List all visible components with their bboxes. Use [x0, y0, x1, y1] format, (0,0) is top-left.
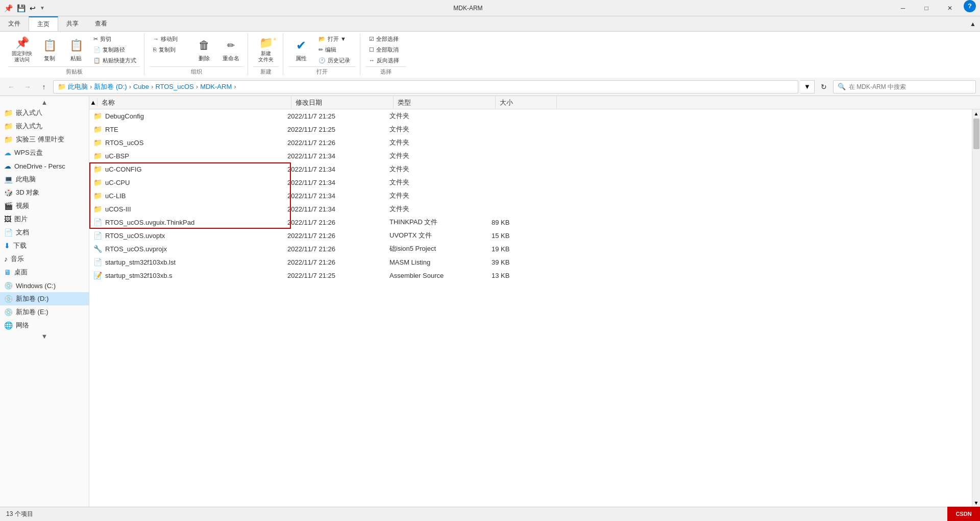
path-rtos[interactable]: RTOS_ucOS	[155, 83, 193, 90]
table-row[interactable]: 📁uCOS-III2022/11/7 21:34文件夹	[89, 202, 980, 216]
table-row[interactable]: 📁uC-BSP2022/11/7 21:34文件夹	[89, 149, 980, 162]
sidebar-item-3dobjects[interactable]: 🎲 3D 对象	[0, 186, 89, 199]
file-size: 19 KB	[487, 242, 549, 255]
table-row[interactable]: 📄RTOS_ucOS.uvguix.ThinkPad2022/11/7 21:2…	[89, 216, 980, 229]
quick-dropdown[interactable]: ▼	[40, 5, 45, 11]
sidebar-scroll-up[interactable]: ▲	[0, 98, 89, 106]
vertical-scrollbar[interactable]: ▲ ▼	[972, 109, 980, 507]
path-computer[interactable]: 此电脑	[68, 82, 88, 91]
scroll-arrow-up-header[interactable]: ▲	[89, 99, 97, 106]
file-type: UVOPTX 文件	[385, 229, 487, 242]
sidebar-item-documents[interactable]: 📄 文档	[0, 226, 89, 239]
col-header-type[interactable]: 类型	[394, 96, 496, 109]
sidebar-item-lab3[interactable]: 📁 实验三 傅里叶变	[0, 133, 89, 146]
sidebar-item-desktop[interactable]: 🖥 桌面	[0, 266, 89, 279]
table-row[interactable]: 📁uC-CONFIG2022/11/7 21:34文件夹	[89, 162, 980, 176]
path-drive[interactable]: 新加卷 (D:)	[94, 82, 127, 91]
sidebar-item-embedded9[interactable]: 📁 嵌入式九	[0, 120, 89, 133]
sidebar-item-music[interactable]: ♪ 音乐	[0, 252, 89, 266]
scroll-down-button[interactable]: ▼	[972, 499, 981, 507]
quick-save[interactable]: 💾	[17, 4, 26, 12]
search-input[interactable]	[849, 83, 971, 90]
open-button[interactable]: 📂 打开 ▼	[315, 34, 356, 44]
invert-select-button[interactable]: ↔ 反向选择	[365, 55, 406, 65]
sidebar-item-network[interactable]: 🌐 网络	[0, 319, 89, 332]
rename-button[interactable]: ✏ 重命名	[218, 34, 243, 65]
sidebar-scroll-down[interactable]: ▼	[0, 332, 89, 340]
forward-button[interactable]: →	[20, 80, 35, 94]
file-size	[487, 149, 549, 162]
sidebar-item-thispc[interactable]: 💻 此电脑	[0, 173, 89, 186]
col-header-date[interactable]: 修改日期	[291, 96, 394, 109]
sidebar: ▲ 📁 嵌入式八 📁 嵌入式九 📁 实验三 傅里叶变 ☁ WPS云盘 ☁ One…	[0, 96, 89, 507]
sidebar-item-drive-d[interactable]: 💿 新加卷 (D:)	[0, 292, 89, 305]
table-row[interactable]: 📁DebugConfig2022/11/7 21:25文件夹	[89, 109, 980, 123]
sidebar-item-downloads[interactable]: ⬇ 下载	[0, 239, 89, 252]
close-button[interactable]: ✕	[938, 0, 962, 16]
file-name: uC-CONFIG	[105, 165, 142, 173]
back-button[interactable]: ←	[4, 80, 18, 94]
sidebar-item-videos[interactable]: 🎬 视频	[0, 199, 89, 212]
paste-shortcut-button[interactable]: 📋 粘贴快捷方式	[90, 55, 140, 65]
path-mdk[interactable]: MDK-ARM	[200, 83, 232, 90]
cut-button[interactable]: ✂ 剪切	[90, 34, 140, 44]
help-button[interactable]: ?	[964, 0, 976, 12]
quick-undo[interactable]: ↩	[30, 4, 36, 12]
col-header-name[interactable]: 名称	[97, 96, 291, 109]
path-dropdown[interactable]: ▼	[800, 80, 815, 93]
sidebar-item-wps[interactable]: ☁ WPS云盘	[0, 146, 89, 159]
tab-view[interactable]: 查看	[87, 16, 115, 31]
table-row[interactable]: 📄RTOS_ucOS.uvoptx2022/11/7 21:26UVOPTX 文…	[89, 229, 980, 242]
paste-button[interactable]: 📋 粘贴	[63, 34, 89, 65]
delete-button[interactable]: 🗑 删除	[191, 34, 217, 65]
minimize-button[interactable]: ─	[891, 0, 915, 16]
search-box[interactable]: 🔍	[833, 80, 976, 93]
pin-to-quickaccess-button[interactable]: 📌 固定到快速访问	[8, 34, 36, 65]
file-list-header: ▲ 名称 修改日期 类型 大小	[89, 96, 980, 109]
table-row[interactable]: 📁RTOS_ucOS2022/11/7 21:26文件夹	[89, 136, 980, 149]
file-type: 文件夹	[385, 109, 487, 123]
sidebar-item-drive-e[interactable]: 💿 新加卷 (E:)	[0, 305, 89, 319]
select-all-button[interactable]: ☑ 全部选择	[365, 34, 406, 44]
move-to-button[interactable]: → 移动到	[150, 34, 190, 44]
file-size	[487, 189, 549, 202]
scroll-up-button[interactable]: ▲	[972, 109, 981, 117]
table-row[interactable]: 📝startup_stm32f103xb.s2022/11/7 21:25Ass…	[89, 269, 980, 282]
table-row[interactable]: 📁uC-CPU2022/11/7 21:34文件夹	[89, 176, 980, 189]
refresh-button[interactable]: ↻	[817, 80, 831, 94]
group-organize: → 移动到 ⎘ 复制到 🗑 删除 ✏ 重命名 组织	[145, 34, 248, 76]
file-date: 2022/11/7 21:25	[283, 123, 385, 136]
new-folder-button[interactable]: 📁 新建文件夹 +	[253, 34, 279, 65]
properties-button[interactable]: ✔ 属性	[288, 34, 314, 65]
sidebar-item-embedded8[interactable]: 📁 嵌入式八	[0, 106, 89, 120]
table-row[interactable]: 🔧RTOS_ucOS.uvprojx2022/11/7 21:26础ision5…	[89, 242, 980, 255]
drive-d-icon: 💿	[4, 295, 13, 303]
open-col: 📂 打开 ▼ ✏ 编辑 🕐 历史记录	[315, 34, 356, 65]
sidebar-item-drive-c[interactable]: 💿 Windows (C:)	[0, 279, 89, 292]
ribbon-collapse-icon[interactable]: ▲	[970, 20, 976, 28]
sidebar-item-onedrive[interactable]: ☁ OneDrive - Persc	[0, 159, 89, 173]
file-type: 文件夹	[385, 149, 487, 162]
col-header-size[interactable]: 大小	[496, 96, 557, 109]
table-row[interactable]: 📄startup_stm32f103xb.lst2022/11/7 21:26M…	[89, 255, 980, 269]
copy-button[interactable]: 📋 复制	[37, 34, 62, 65]
file-size	[487, 123, 549, 136]
tab-share[interactable]: 共享	[58, 16, 87, 31]
sidebar-item-pictures[interactable]: 🖼 图片	[0, 212, 89, 226]
tab-file[interactable]: 文件	[0, 16, 29, 31]
copy-path-button[interactable]: 📄 复制路径	[90, 44, 140, 55]
tab-home[interactable]: 主页	[29, 16, 58, 31]
quick-access-pin[interactable]: 📌	[4, 4, 13, 12]
maximize-button[interactable]: □	[915, 0, 938, 16]
copy-to-button[interactable]: ⎘ 复制到	[150, 44, 190, 55]
history-button[interactable]: 🕐 历史记录	[315, 55, 356, 65]
edit-button[interactable]: ✏ 编辑	[315, 44, 356, 55]
table-row[interactable]: 📁uC-LIB2022/11/7 21:34文件夹	[89, 189, 980, 202]
table-row[interactable]: 📁RTE2022/11/7 21:25文件夹	[89, 123, 980, 136]
file-date: 2022/11/7 21:26	[283, 229, 385, 242]
scroll-thumb[interactable]	[973, 119, 979, 149]
address-path[interactable]: 📁 此电脑 › 新加卷 (D:) › Cube › RTOS_ucOS › MD…	[53, 80, 798, 93]
path-cube[interactable]: Cube	[133, 83, 149, 90]
select-none-button[interactable]: ☐ 全部取消	[365, 44, 406, 55]
up-button[interactable]: ↑	[37, 80, 51, 94]
